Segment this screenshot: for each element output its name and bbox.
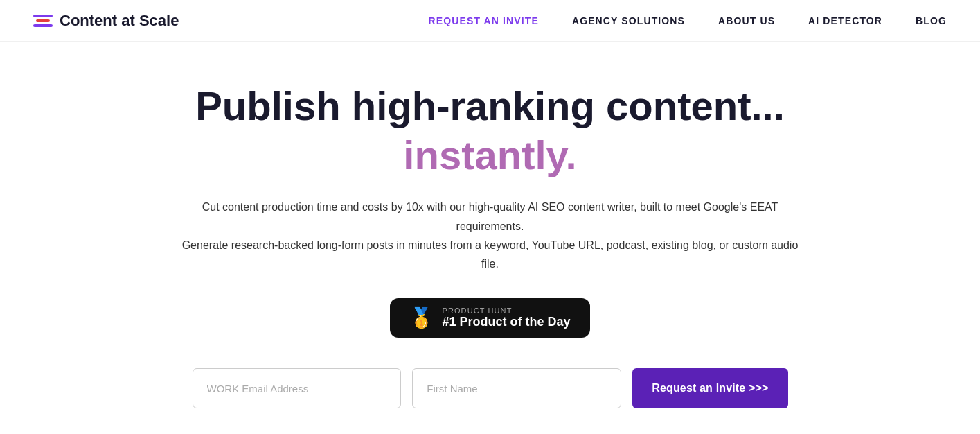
hero-description: Cut content production time and costs by… [179,198,802,273]
logo[interactable]: Content at Scale [33,12,179,30]
nav-request-invite[interactable]: REQUEST AN INVITE [429,15,539,26]
hero-section: Publish high-ranking content... instantl… [0,42,980,434]
site-header: Content at Scale REQUEST AN INVITE AGENC… [0,0,980,42]
logo-text: Content at Scale [60,12,179,30]
logo-icon [33,15,53,27]
first-name-field[interactable] [412,368,621,408]
nav-ai-detector[interactable]: AI DETECTOR [808,15,882,26]
ph-medal-icon: 🥇 [409,309,434,328]
ph-badge-text: PRODUCT HUNT #1 Product of the Day [442,306,570,329]
main-nav: REQUEST AN INVITE AGENCY SOLUTIONS ABOUT… [429,15,947,26]
nav-blog[interactable]: BLOG [916,15,947,26]
hero-title-line1: Publish high-ranking content... [195,83,785,130]
hero-title-line2: instantly. [403,132,576,179]
request-invite-button[interactable]: Request an Invite >>> [632,368,787,408]
nav-agency-solutions[interactable]: AGENCY SOLUTIONS [572,15,685,26]
product-hunt-badge[interactable]: 🥇 PRODUCT HUNT #1 Product of the Day [390,298,589,338]
ph-badge-title: #1 Product of the Day [442,315,570,329]
invite-form: Request an Invite >>> [193,368,788,408]
nav-about-us[interactable]: ABOUT US [718,15,775,26]
email-field[interactable] [193,368,402,408]
ph-badge-label: PRODUCT HUNT [442,306,512,315]
